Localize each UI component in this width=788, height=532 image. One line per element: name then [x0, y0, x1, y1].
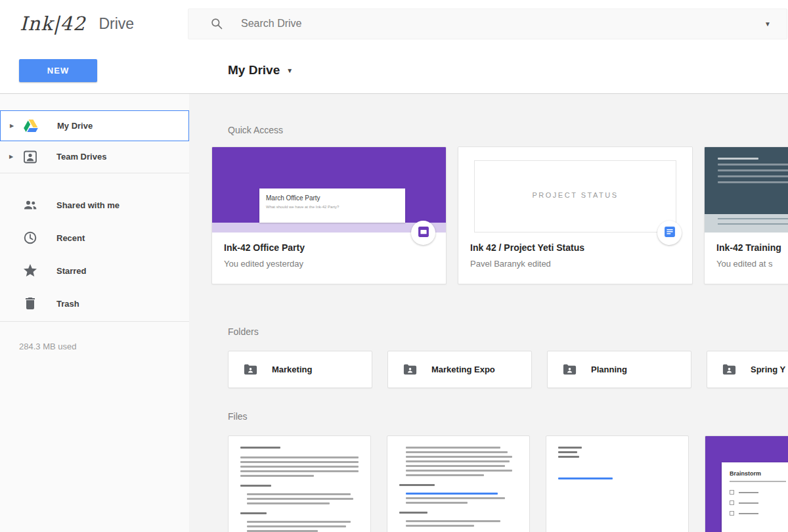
document-page: PROJECT STATUS: [474, 160, 676, 233]
folder-card-planning[interactable]: Planning: [547, 351, 691, 388]
files-row: Brainstorm: [228, 435, 788, 532]
sidebar: ▶ My Drive ▶ Team Drives: [0, 94, 189, 532]
sidebar-item-recent[interactable]: Recent: [0, 221, 189, 254]
folder-card-marketing-expo[interactable]: Marketing Expo: [387, 351, 532, 388]
brand-logo: Ink|42: [20, 12, 85, 35]
app-name: Drive: [98, 15, 134, 33]
quick-access-card-project-status[interactable]: PROJECT STATUS Ink 42 / Project Yet: [458, 146, 693, 284]
shared-folder-icon: [403, 362, 418, 377]
slides-thumbnail: Brainstorm: [705, 436, 788, 532]
quick-access-card-training[interactable]: Ink-42 Training You edited at s: [704, 146, 788, 284]
page-title: My Drive: [228, 63, 280, 78]
document-text-placeholder: [229, 436, 370, 532]
document-text-placeholder: [546, 436, 688, 479]
sidebar-item-my-drive[interactable]: ▶ My Drive: [0, 110, 189, 141]
folder-name: Marketing: [272, 365, 312, 374]
quick-access-card-office-party[interactable]: March Office Party What should we have a…: [211, 146, 447, 284]
sidebar-item-shared-with-me[interactable]: Shared with me: [0, 188, 189, 221]
file-card-slides[interactable]: Brainstorm: [705, 435, 788, 532]
file-activity: Pavel Baranyk edited: [470, 259, 680, 269]
file-title: Ink 42 / Project Yeti Status: [470, 242, 680, 253]
top-header: Ink|42 Drive ▼: [0, 0, 788, 47]
checkbox-item: [730, 500, 788, 505]
search-input[interactable]: [241, 18, 764, 30]
document-thumbnail: PROJECT STATUS: [458, 147, 692, 233]
document-heading: PROJECT STATUS: [533, 191, 619, 232]
folder-name: Planning: [591, 365, 627, 374]
panel-subtitle-placeholder: [730, 481, 786, 482]
toolbar-row: NEW My Drive ▼: [0, 47, 788, 94]
sidebar-item-label: My Drive: [57, 121, 93, 131]
search-icon[interactable]: [210, 17, 223, 30]
sidebar-item-label: Shared with me: [56, 200, 120, 210]
checkbox-icon: [730, 490, 734, 495]
document-text-placeholder: [387, 436, 529, 527]
file-card-document[interactable]: [387, 435, 530, 532]
slide-subtitle: What should we have at the Ink-42 Party?: [266, 205, 399, 209]
file-activity: You edited yesterday: [224, 259, 434, 269]
checkbox-icon: [730, 500, 734, 505]
card-info: Ink-42 Training You edited at s: [705, 233, 788, 269]
docs-icon: [663, 225, 676, 241]
folder-card-spring[interactable]: Spring Y: [707, 351, 788, 388]
team-drives-icon: [22, 149, 38, 165]
main-content: Quick Access March Office Party What sho…: [189, 94, 788, 532]
slides-thumbnail-dark: [705, 147, 788, 233]
sidebar-secondary-nav: Shared with me Recent: [0, 188, 189, 320]
body: ▶ My Drive ▶ Team Drives: [0, 94, 788, 532]
logo-area: Ink|42 Drive: [0, 12, 188, 35]
file-card-document[interactable]: [228, 435, 371, 532]
sidebar-item-label: Trash: [56, 299, 79, 309]
search-options-caret-icon[interactable]: ▼: [764, 20, 771, 28]
quick-access-section-title: Quick Access: [228, 125, 788, 135]
drive-icon: [23, 118, 39, 134]
people-icon: [22, 197, 38, 213]
sidebar-divider: [0, 173, 189, 173]
search-bar[interactable]: ▼: [188, 9, 787, 39]
new-button[interactable]: NEW: [19, 59, 97, 82]
folder-name: Marketing Expo: [431, 365, 495, 374]
checkbox-icon: [730, 511, 734, 516]
brainstorm-panel: Brainstorm: [722, 462, 788, 532]
card-info: Ink-42 Office Party You edited yesterday: [212, 233, 446, 269]
sidebar-item-label: Team Drives: [56, 152, 106, 162]
sidebar-item-trash[interactable]: Trash: [0, 287, 189, 320]
file-card-document[interactable]: [546, 435, 689, 532]
folder-name: Spring Y: [751, 365, 785, 374]
panel-title: Brainstorm: [730, 470, 788, 477]
expand-arrow-icon[interactable]: ▶: [0, 154, 22, 160]
shared-folder-icon: [722, 362, 737, 377]
star-icon: [22, 263, 38, 278]
slide-footer-band: [705, 214, 788, 233]
slides-file-badge: [411, 221, 435, 245]
trash-icon: [22, 296, 38, 311]
chevron-down-icon: ▼: [286, 67, 293, 74]
page-title-dropdown[interactable]: My Drive ▼: [228, 63, 293, 78]
file-title: Ink-42 Training: [716, 242, 788, 253]
folders-section-title: Folders: [228, 326, 788, 337]
file-activity: You edited at s: [716, 259, 788, 269]
folder-card-marketing[interactable]: Marketing: [228, 351, 372, 388]
files-section-title: Files: [228, 411, 788, 422]
storage-used-label: 284.3 MB used: [0, 342, 189, 351]
clock-icon: [22, 230, 38, 246]
slides-icon: [417, 225, 430, 241]
slides-thumbnail: March Office Party What should we have a…: [212, 147, 446, 233]
docs-file-badge: [657, 221, 682, 245]
expand-arrow-icon[interactable]: ▶: [1, 123, 23, 129]
slide-text-box: March Office Party What should we have a…: [259, 188, 405, 223]
sidebar-divider: [0, 321, 189, 322]
sidebar-item-team-drives[interactable]: ▶ Team Drives: [0, 141, 189, 172]
shared-folder-icon: [243, 362, 258, 377]
shared-folder-icon: [562, 362, 577, 377]
quick-access-row: March Office Party What should we have a…: [211, 146, 788, 284]
sidebar-item-label: Recent: [56, 233, 85, 243]
slide-title: March Office Party: [266, 194, 399, 202]
card-info: Ink 42 / Project Yeti Status Pavel Baran…: [458, 233, 692, 269]
file-title: Ink-42 Office Party: [224, 242, 434, 253]
sidebar-item-starred[interactable]: Starred: [0, 254, 189, 287]
sidebar-item-label: Starred: [56, 266, 87, 276]
folders-row: Marketing Marketing Expo: [228, 351, 788, 388]
checkbox-item: [730, 490, 788, 495]
checkbox-item: [730, 511, 788, 516]
